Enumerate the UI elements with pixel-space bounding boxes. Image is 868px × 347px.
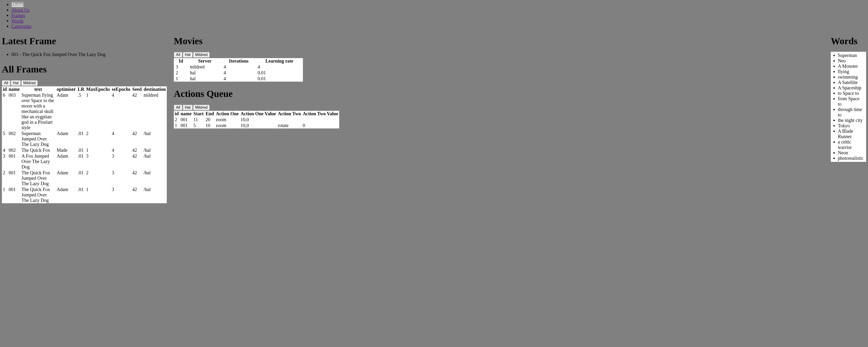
cell: 3 xyxy=(111,186,131,203)
cell: .01 xyxy=(77,131,85,147)
movies-header: Learning rate xyxy=(256,58,303,64)
cell: A Fox Jumped Over The Lazy Dog xyxy=(21,153,56,170)
cell: 0 xyxy=(302,123,339,129)
cell: 4 xyxy=(222,70,256,76)
movies-filter-bar: AllHalMildred xyxy=(174,52,210,58)
table-row: 2hal40.01 xyxy=(174,70,303,76)
words-heading: Words xyxy=(831,36,866,46)
cell: zoom xyxy=(215,123,240,129)
cell: 4 xyxy=(111,92,131,131)
frames-header: text xyxy=(21,86,56,92)
cell: 42 xyxy=(131,131,143,147)
cell: 42 xyxy=(131,170,143,186)
actions-header: Action Two Value xyxy=(302,111,339,117)
cell: 001 xyxy=(8,153,21,170)
movies-header: Iterations xyxy=(222,58,256,64)
cell: 5 xyxy=(192,123,205,129)
cell: 3 xyxy=(85,153,111,170)
actions-table: idnameStartEndAction OneAction One Value… xyxy=(174,111,339,129)
cell: Adam xyxy=(56,153,77,170)
cell: The Quick Fox Jumped Over The Lazy Dog xyxy=(21,186,56,203)
cell: /hal xyxy=(143,147,167,153)
movies-filter-hal[interactable]: Hal xyxy=(183,52,193,58)
frames-filter-hal[interactable]: Hal xyxy=(11,80,21,86)
frames-header: destination xyxy=(143,86,167,92)
cell: 42 xyxy=(131,186,143,203)
word-item: Neon xyxy=(838,150,864,155)
cell: 4 xyxy=(222,64,256,70)
cell: 6 xyxy=(2,92,8,131)
movies-filter-mildred[interactable]: Mildred xyxy=(193,52,210,58)
cell: 1 xyxy=(85,186,111,203)
cell: 2 xyxy=(85,131,111,147)
actions-header: Action Two xyxy=(277,111,302,117)
frames-header: id xyxy=(2,86,8,92)
word-item: Tokyo xyxy=(838,123,864,129)
table-row: 6003Superman flying over Space to the mo… xyxy=(2,92,167,131)
nav-link-categories[interactable]: Categories xyxy=(11,24,32,29)
nav-link-home[interactable]: Home xyxy=(11,2,24,7)
word-item: through time to xyxy=(838,107,864,117)
cell: Adam xyxy=(56,170,77,186)
frames-header: name xyxy=(8,86,21,92)
table-row: 1001The Quick Fox Jumped Over The Lazy D… xyxy=(2,186,167,203)
actions-queue-heading: Actions Queue xyxy=(174,88,824,99)
nav-link-about-us[interactable]: About Us xyxy=(11,7,29,12)
table-row: 3mildred44 xyxy=(174,64,303,70)
word-item: from Space to xyxy=(838,96,864,107)
frames-header: MaxEpochs xyxy=(85,86,111,92)
cell: .01 xyxy=(77,147,85,153)
word-item: swimming xyxy=(838,74,864,80)
cell: .01 xyxy=(77,153,85,170)
cell: Superman Jumped Over The Lazy Dog xyxy=(21,131,56,147)
word-item: Neo xyxy=(838,58,864,64)
cell: 4 xyxy=(111,147,131,153)
actions-header: End xyxy=(205,111,215,117)
nav-link-frames[interactable]: Frames xyxy=(11,13,25,18)
actions-filter-mildred[interactable]: Mildred xyxy=(193,105,210,110)
movies-filter-all[interactable]: All xyxy=(174,52,182,58)
table-row: 3001A Fox Jumped Over The Lazy DogAdam.0… xyxy=(2,153,167,170)
actions-header: Action One Value xyxy=(240,111,277,117)
cell: 1 xyxy=(2,186,8,203)
cell: 1 xyxy=(174,76,188,82)
cell: .01 xyxy=(77,170,85,186)
word-item: flying xyxy=(838,69,864,74)
actions-header: name xyxy=(180,111,193,117)
latest-frame-item: 001 - The Quick Fox Jumped Over The Lazy… xyxy=(11,52,167,57)
cell: 4 xyxy=(256,64,303,70)
cell: 10,0 xyxy=(240,117,277,123)
frames-filter-mildred[interactable]: Mildred xyxy=(21,80,38,86)
word-item: A Blade Runner xyxy=(838,129,864,139)
cell: 2 xyxy=(85,170,111,186)
cell: .5 xyxy=(77,92,85,131)
cell: /hal xyxy=(143,131,167,147)
movies-heading: Movies xyxy=(174,36,824,46)
word-item: photorealistic xyxy=(838,155,864,161)
cell: mildred xyxy=(143,92,167,131)
cell: rotate xyxy=(277,123,302,129)
cell: hal xyxy=(188,76,222,82)
actions-filter-all[interactable]: All xyxy=(174,105,182,110)
cell: 0.01 xyxy=(256,70,303,76)
cell: 4 xyxy=(222,76,256,82)
cell: 001 xyxy=(180,117,193,123)
cell: 2 xyxy=(174,70,188,76)
word-item: Superman xyxy=(838,53,864,58)
frames-filter-all[interactable]: All xyxy=(2,80,10,86)
cell: 1 xyxy=(85,147,111,153)
movies-table: IdServerIterationsLearning rate 3mildred… xyxy=(174,58,303,82)
cell: 0.01 xyxy=(256,76,303,82)
cell: 003 xyxy=(8,92,21,131)
cell: 002 xyxy=(8,131,21,147)
actions-filter-hal[interactable]: Hal xyxy=(183,105,193,110)
cell: 4 xyxy=(2,147,8,153)
cell: .01 xyxy=(77,186,85,203)
all-frames-heading: All Frames xyxy=(2,64,167,75)
cell: /hal xyxy=(143,186,167,203)
cell: 5 xyxy=(2,131,8,147)
table-row: 4002The Quick FoxMade.011442/hal xyxy=(2,147,167,153)
cell: 1 xyxy=(174,123,180,129)
nav-link-words[interactable]: Words xyxy=(11,18,24,23)
words-box: SupermanNeoA MonsterflyingswimmingA Sate… xyxy=(831,52,866,162)
